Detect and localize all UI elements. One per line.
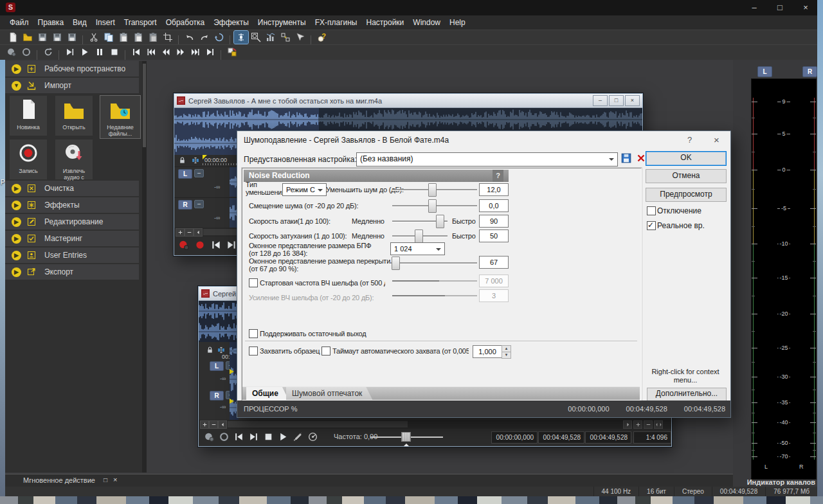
- cancel-button[interactable]: Отмена: [646, 169, 727, 183]
- stop-icon[interactable]: [107, 46, 122, 59]
- instant-action-bar[interactable]: Мгновенное действие □ ×: [5, 474, 733, 487]
- sidebar-section-workspace[interactable]: ▶Рабочее пространство: [5, 61, 139, 76]
- sidebar-section-cleanup[interactable]: ▶Очистка: [5, 181, 139, 196]
- window-close-button[interactable]: ×: [796, 0, 815, 15]
- statistics-icon[interactable]: [264, 31, 278, 44]
- menu-item-инструменты[interactable]: Инструменты: [253, 15, 311, 30]
- record-remote-icon[interactable]: [204, 431, 215, 442]
- rewind-icon[interactable]: [159, 46, 173, 59]
- w2-right-channel-button[interactable]: R: [210, 391, 224, 401]
- script-tool-icon[interactable]: [225, 46, 239, 59]
- sidebar-scrollbar[interactable]: [142, 61, 147, 473]
- sidebar-section-effects[interactable]: ▶Эффекты: [5, 197, 139, 213]
- reduce-value[interactable]: 12,0: [479, 183, 509, 196]
- realtime-checkbox[interactable]: [647, 221, 656, 230]
- help-pointer-icon[interactable]: ?: [315, 31, 329, 44]
- capture-checkbox[interactable]: [249, 346, 258, 356]
- ok-button[interactable]: OK: [646, 151, 727, 166]
- record-icon[interactable]: [194, 239, 206, 251]
- timeout-checkbox[interactable]: [321, 346, 330, 356]
- expand-icon[interactable]: ▶: [12, 64, 21, 74]
- w2-left-channel-button[interactable]: L: [210, 361, 224, 371]
- more-button[interactable]: Дополнительно...: [647, 388, 727, 401]
- w1-close-button[interactable]: ×: [625, 95, 640, 106]
- tab-noiseprint[interactable]: Шумовой отпечаток: [286, 387, 372, 400]
- release-value[interactable]: 50: [479, 230, 509, 242]
- meter-left-button[interactable]: L: [757, 66, 772, 77]
- lock-icon[interactable]: [206, 346, 214, 354]
- release-slider[interactable]: [392, 230, 448, 242]
- tile-tile-recent[interactable]: Недавние файлы...: [100, 96, 140, 138]
- w2-hzoom-out-button[interactable]: [644, 420, 653, 429]
- cursor-tool-icon[interactable]: [293, 31, 307, 44]
- snap-icon[interactable]: [278, 31, 293, 44]
- redo-icon[interactable]: [197, 31, 212, 44]
- expand-icon[interactable]: ▶: [12, 251, 21, 260]
- play-icon[interactable]: [78, 46, 92, 59]
- w1-scroll-left-button[interactable]: [194, 228, 203, 237]
- new-file-icon[interactable]: [6, 31, 20, 44]
- play-all-icon[interactable]: [63, 46, 77, 59]
- record-icon[interactable]: [19, 46, 33, 59]
- w2-hzoom-in-button[interactable]: [633, 420, 642, 429]
- sidebar-section-user[interactable]: ▶User Entries: [5, 248, 139, 263]
- w2-scrollbar-track[interactable]: [228, 421, 408, 428]
- delete-preset-icon[interactable]: [636, 153, 646, 163]
- go-to-end-icon[interactable]: [203, 46, 217, 59]
- go-to-end-icon[interactable]: [248, 431, 259, 442]
- w1-zoom-in-button[interactable]: [176, 228, 185, 237]
- w1-zoom-out-button[interactable]: [185, 228, 194, 237]
- w2-zoom-in-button[interactable]: [200, 420, 209, 429]
- record-remote-icon[interactable]: [5, 46, 19, 59]
- menu-item-help[interactable]: Help: [445, 15, 470, 30]
- reduce-slider[interactable]: [392, 183, 477, 196]
- undo-icon[interactable]: [183, 31, 197, 44]
- timeout-value[interactable]: 1,000: [473, 345, 502, 358]
- paste-special-icon[interactable]: [146, 31, 160, 44]
- dialog-titlebar[interactable]: Шумоподавление - Сергей Завьялов - В Бел…: [237, 131, 730, 150]
- tile-tile-page[interactable]: Новинка: [10, 96, 47, 136]
- w1-left-channel-button[interactable]: L: [178, 169, 192, 179]
- w1-right-collapse-button[interactable]: –: [194, 200, 204, 208]
- save-preset-icon[interactable]: [620, 152, 632, 164]
- panel-help-icon[interactable]: ?: [493, 170, 503, 182]
- bias-value[interactable]: 0,0: [479, 199, 509, 212]
- meter-right-button[interactable]: R: [802, 66, 817, 77]
- save-icon[interactable]: [35, 31, 50, 44]
- panel-float-button[interactable]: □: [104, 476, 107, 483]
- tile-tile-record[interactable]: Запись: [10, 140, 47, 179]
- repeat-icon[interactable]: [212, 31, 226, 44]
- next-marker-icon[interactable]: [188, 46, 203, 59]
- sidebar-section-mastering[interactable]: ▶Мастеринг: [5, 231, 139, 246]
- go-to-start-icon[interactable]: [210, 239, 222, 251]
- event-tool-icon[interactable]: [234, 31, 248, 44]
- w1-minimize-button[interactable]: –: [593, 95, 608, 106]
- window-maximize-button[interactable]: □: [770, 0, 790, 15]
- edit-cursor-icon[interactable]: [191, 156, 200, 165]
- menu-item-fx-плагины[interactable]: FX-плагины: [311, 15, 362, 30]
- loop-playback-icon[interactable]: [41, 46, 55, 59]
- w2-speed-slider-thumb[interactable]: [401, 432, 411, 442]
- dialog-close-button[interactable]: ×: [714, 134, 719, 145]
- go-to-end-icon[interactable]: [226, 239, 237, 251]
- w1-right-channel-button[interactable]: R: [178, 200, 192, 210]
- sidebar-section-import[interactable]: ▼Импорт: [5, 78, 139, 93]
- open-folder-icon[interactable]: [21, 31, 35, 44]
- preset-combobox[interactable]: (Без названия): [356, 152, 618, 166]
- jog-control-icon[interactable]: [307, 431, 318, 442]
- save-as-icon[interactable]: [50, 31, 64, 44]
- preview-button[interactable]: Предпросмотр: [646, 188, 727, 202]
- expand-icon[interactable]: ▶: [12, 217, 21, 227]
- previous-marker-icon[interactable]: [144, 46, 158, 59]
- tab-general[interactable]: Общие: [246, 387, 289, 400]
- w1-restore-button[interactable]: □: [609, 95, 624, 106]
- expand-icon[interactable]: ▶: [12, 184, 21, 194]
- save-all-icon[interactable]: [65, 31, 79, 44]
- paste-repeat-icon[interactable]: [131, 31, 145, 44]
- menu-item-настройки[interactable]: Настройки: [361, 15, 408, 30]
- w1-left-collapse-button[interactable]: –: [194, 169, 204, 177]
- expand-icon[interactable]: ▶: [12, 267, 21, 277]
- w1-scrollbar-track[interactable]: [203, 229, 239, 235]
- expand-icon[interactable]: ▶: [12, 201, 21, 210]
- menu-item-insert[interactable]: Insert: [91, 15, 120, 30]
